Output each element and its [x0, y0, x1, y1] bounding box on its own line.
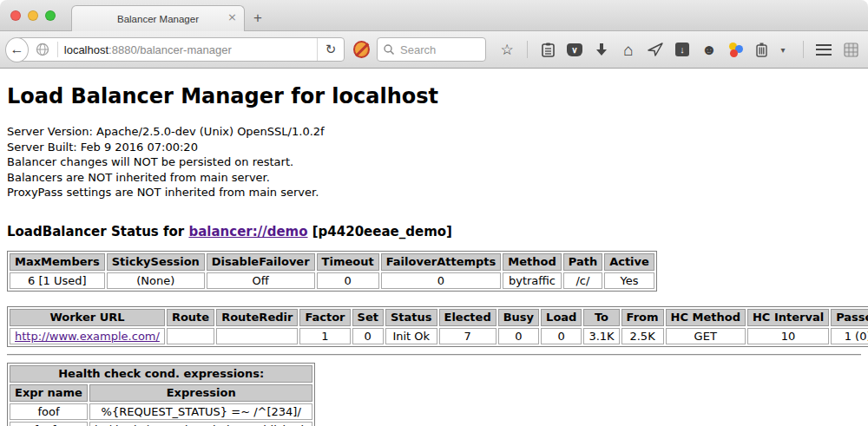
section-divider	[7, 354, 861, 356]
server-version-line: Server Version: Apache/2.5.0-dev (Unix) …	[7, 124, 861, 140]
cell-busy: 0	[498, 328, 539, 344]
col-factor: Factor	[299, 309, 350, 326]
hc-table-title: Health check cond. expressions:	[10, 365, 312, 383]
tab-bar: Balancer Manager × +	[0, 0, 868, 31]
panel-grid-icon[interactable]	[842, 41, 859, 58]
cell-method: bytraffic	[503, 272, 561, 289]
cell-stickysession: (None)	[107, 272, 205, 289]
cell-elected: 7	[439, 328, 496, 344]
col-failoverattempts: FailoverAttempts	[381, 253, 502, 271]
reading-list-icon[interactable]	[539, 41, 556, 58]
cell-expression: %{REQUEST_STATUS} =~ /^[234]/	[89, 403, 313, 420]
chevron-down-icon[interactable]: ▾	[774, 41, 792, 58]
col-path: Path	[563, 253, 602, 271]
cell-factor: 1	[299, 328, 350, 344]
new-tab-button[interactable]: +	[253, 10, 262, 27]
cell-maxmembers: 6 [1 Used]	[10, 272, 105, 289]
col-elected: Elected	[439, 309, 496, 326]
col-route: Route	[167, 309, 214, 326]
bookmark-star-icon[interactable]: ☆	[498, 41, 516, 58]
col-stickysession: StickySession	[107, 253, 205, 271]
tab-title: Balancer Manager	[117, 14, 199, 24]
cell-timeout: 0	[317, 272, 379, 289]
cell-expr-name: foof	[10, 403, 88, 420]
cell-hc-interval: 10	[747, 328, 829, 344]
cell-failoverattempts: 0	[381, 272, 502, 289]
window-controls	[10, 10, 56, 21]
share-icon[interactable]	[647, 41, 664, 58]
chat-smiley-icon[interactable]: ☻	[700, 41, 718, 58]
cell-passes: 1 (0)	[831, 328, 868, 344]
table-header-row: MaxMembers StickySession DisableFailover…	[10, 253, 654, 271]
col-busy: Busy	[498, 309, 539, 326]
worker-url-link[interactable]: http://www.example.com/	[15, 330, 160, 343]
worker-status-table: Worker URL Route RouteRedir Factor Set S…	[7, 306, 868, 347]
col-maxmembers: MaxMembers	[10, 253, 105, 271]
balancer-demo-link[interactable]: balancer://demo	[188, 224, 307, 239]
proxypass-notice-line: ProxyPass settings are NOT inherited fro…	[7, 185, 861, 200]
search-icon	[383, 43, 395, 56]
close-window-button[interactable]	[10, 10, 21, 21]
download-helper-icon[interactable]: ↓	[674, 41, 691, 58]
cell-expr-name: foof2	[10, 422, 88, 426]
col-worker-url: Worker URL	[10, 309, 165, 326]
zoom-window-button[interactable]	[45, 10, 56, 21]
col-passes: Passes	[831, 309, 868, 326]
col-to: To	[583, 309, 619, 326]
toolbar-separator	[803, 41, 804, 58]
menu-icon[interactable]	[815, 41, 832, 58]
cell-path: /c/	[563, 272, 602, 289]
toolbar-separator	[527, 41, 528, 58]
page-content: Load Balancer Manager for localhost Serv…	[0, 69, 868, 426]
cell-expression: hc('body') =~ /domain is established/	[89, 422, 313, 426]
col-set: Set	[352, 309, 384, 326]
server-built-line: Server Built: Feb 9 2016 07:00:20	[7, 140, 861, 155]
search-input[interactable]	[398, 43, 480, 57]
page-title: Load Balancer Manager for localhost	[7, 84, 861, 108]
url-bar[interactable]: localhost:8880/balancer-manager ↻	[16, 37, 345, 62]
col-method: Method	[503, 253, 561, 271]
cell-status: Init Ok	[385, 328, 437, 344]
table-header-row: Expr name Expression	[10, 384, 312, 402]
colored-dots-extension-icon[interactable]	[727, 43, 743, 57]
balancer-status-heading: LoadBalancer Status for balancer://demo …	[7, 224, 861, 239]
pocket-icon[interactable]: ∨	[566, 41, 583, 58]
persist-notice-line: Balancer changes will NOT be persisted o…	[7, 154, 861, 170]
minimize-window-button[interactable]	[28, 10, 38, 21]
urlbar-separator	[57, 42, 58, 57]
col-hc-method: HC Method	[666, 309, 746, 326]
cell-worker-url: http://www.example.com/	[10, 328, 165, 344]
col-from: From	[621, 309, 664, 326]
downloads-icon[interactable]	[593, 41, 610, 58]
tab-close-icon[interactable]: ×	[227, 11, 237, 23]
search-bar[interactable]	[377, 37, 486, 62]
cell-disablefailover: Off	[207, 272, 315, 289]
globe-icon	[36, 43, 49, 56]
cell-to: 3.1K	[583, 328, 619, 344]
server-info: Server Version: Apache/2.5.0-dev (Unix) …	[7, 124, 861, 200]
col-timeout: Timeout	[317, 253, 379, 271]
cell-routeredir	[216, 328, 298, 344]
cell-load: 0	[541, 328, 582, 344]
col-hc-interval: HC Interval	[747, 309, 829, 326]
col-disablefailover: DisableFailover	[207, 253, 315, 271]
col-status: Status	[385, 309, 437, 326]
tab-balancer-manager[interactable]: Balancer Manager ×	[71, 5, 245, 31]
balancer-settings-table: MaxMembers StickySession DisableFailover…	[7, 251, 657, 292]
reload-icon[interactable]: ↻	[317, 38, 345, 61]
col-expr-name: Expr name	[10, 384, 88, 402]
battery-extension-icon[interactable]	[753, 41, 770, 58]
back-button[interactable]: ←	[5, 37, 29, 62]
cell-set: 0	[352, 328, 384, 344]
flashblock-icon[interactable]	[353, 41, 370, 58]
table-row: 6 [1 Used] (None) Off 0 0 bytraffic /c/ …	[10, 272, 654, 289]
inherit-notice-line: Balancers are NOT inherited from main se…	[7, 170, 861, 186]
table-title-row: Health check cond. expressions:	[10, 365, 312, 383]
home-icon[interactable]: ⌂	[620, 41, 637, 58]
health-check-expressions-table: Health check cond. expressions: Expr nam…	[7, 363, 315, 426]
balancer-status-prefix: LoadBalancer Status for	[7, 224, 188, 239]
navigation-toolbar: ← localhost:8880/balancer-manager ↻ ☆	[0, 31, 868, 69]
col-routeredir: RouteRedir	[216, 309, 298, 326]
cell-active: Yes	[604, 272, 654, 289]
table-row: foof2 hc('body') =~ /domain is establish…	[10, 422, 312, 426]
